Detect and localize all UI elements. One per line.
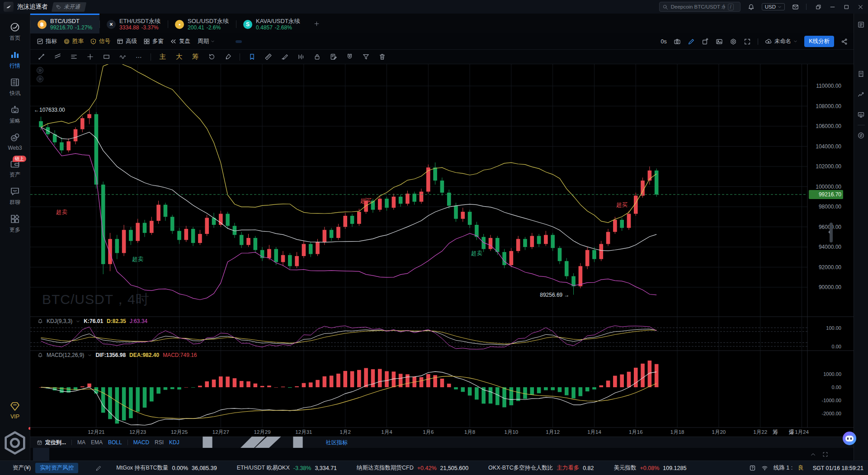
expand-left-panel-button[interactable] — [37, 67, 43, 74]
timeframe-button[interactable] — [359, 40, 365, 43]
timeframe-button[interactable] — [373, 40, 379, 43]
kdj-title[interactable]: KDJ(9,3,3) — [47, 318, 72, 324]
settings-button[interactable] — [0, 423, 30, 461]
alert-bell-icon[interactable] — [38, 318, 43, 324]
gear-icon[interactable] — [730, 38, 737, 45]
timeframe-button[interactable] — [272, 40, 278, 43]
bottom-tab[interactable] — [66, 448, 82, 461]
chevron-down-icon[interactable] — [88, 353, 92, 357]
trend-analysis-icon[interactable] — [857, 90, 865, 98]
draw-tool[interactable] — [361, 52, 370, 62]
draw-tool[interactable]: 筹 — [191, 52, 200, 62]
draw-tool[interactable] — [207, 52, 216, 62]
search-input[interactable] — [671, 4, 725, 10]
toolbar-button[interactable]: 信号 — [90, 38, 110, 45]
timeframe-button[interactable] — [236, 40, 242, 43]
search-box[interactable]: / — [659, 2, 741, 12]
chevron-down-icon[interactable] — [76, 319, 80, 323]
bottom-tab[interactable] — [82, 448, 98, 461]
bell-icon[interactable] — [748, 4, 755, 10]
price-scale-scrollbar[interactable] — [830, 223, 833, 242]
add-tab-button[interactable] — [307, 14, 326, 33]
image-icon[interactable] — [716, 38, 723, 45]
draw-tool[interactable] — [377, 52, 387, 62]
sidebar-item[interactable]: 群聊 — [0, 182, 30, 210]
indicator-toggle[interactable] — [127, 440, 128, 445]
toolbar-button[interactable]: 多窗 — [143, 38, 164, 45]
draw-tool[interactable] — [37, 52, 46, 62]
indicator-toggle[interactable]: MACD — [133, 439, 149, 446]
timeframe-button[interactable] — [293, 40, 300, 43]
timeframe-button[interactable] — [351, 40, 358, 43]
sidebar-item[interactable]: 行情 — [0, 46, 30, 73]
window-minimize-button[interactable] — [830, 4, 835, 10]
comment-add-icon[interactable] — [702, 38, 709, 45]
timeframe-button[interactable] — [344, 40, 350, 43]
bottom-tab[interactable] — [33, 448, 49, 461]
draw-tool[interactable] — [118, 52, 127, 62]
window-restore-button[interactable] — [816, 4, 821, 10]
draw-tool[interactable] — [85, 52, 94, 62]
toolbar-button[interactable]: 复盘 — [170, 38, 190, 45]
timeframe-button[interactable] — [366, 40, 372, 43]
draw-tool[interactable] — [102, 52, 111, 62]
locate-button[interactable]: 定位到... — [37, 439, 66, 446]
alert-bell-icon[interactable] — [38, 352, 43, 358]
draw-tool[interactable]: ⋯ — [134, 52, 143, 62]
status-ticker[interactable]: MtGox 持有BTC数量 0.00% 36,085.39 — [116, 464, 217, 472]
expand-left-panel-button-2[interactable] — [37, 76, 43, 82]
bottom-tab[interactable] — [98, 448, 114, 461]
indicator-toggle[interactable]: KDJ — [169, 439, 179, 446]
draw-tool[interactable] — [151, 53, 151, 61]
risk-monitor-button[interactable]: 实时资产风控 — [35, 463, 78, 473]
period-dropdown[interactable]: 周期 — [198, 38, 215, 45]
sidebar-item[interactable]: 更多 — [0, 210, 30, 238]
asset-label[interactable]: 资产(¥) — [13, 464, 31, 472]
currency-select[interactable]: USD — [762, 3, 785, 10]
draw-tool[interactable] — [69, 52, 78, 62]
indicator-toggle[interactable]: RSI — [155, 439, 164, 446]
timeframe-button[interactable] — [380, 40, 387, 43]
draw-tool[interactable] — [264, 52, 273, 62]
kline-analysis-button[interactable]: K线分析 — [804, 36, 834, 47]
replay-time[interactable]: 0s — [660, 38, 666, 45]
chart-area[interactable]: 99216.70110000.00108000.00106000.0010400… — [30, 64, 854, 437]
candlestick-chart[interactable]: 99216.70110000.00108000.00106000.0010400… — [30, 64, 854, 437]
status-ticker[interactable]: OKX-BTC多空持仓人数比 主力看多 0.82 — [488, 464, 594, 472]
edit-icon[interactable] — [95, 465, 102, 471]
indicator-toggle[interactable]: BOLL — [108, 439, 122, 446]
status-ticker[interactable]: ETH/USDT 欧易OKX -3.38% 3,334.71 — [237, 464, 337, 472]
window-close-button[interactable] — [858, 4, 863, 10]
timeframe-button[interactable] — [243, 40, 249, 43]
swap-icon[interactable] — [857, 132, 865, 139]
orderbook-panel-icon[interactable] — [857, 21, 865, 28]
indicator-toggle[interactable]: MA — [77, 439, 85, 446]
timeframe-button[interactable] — [221, 40, 227, 43]
symbol-tab[interactable]: × ETH/USDT永续 3334.88-3.37% — [99, 14, 168, 33]
ai-assistant-avatar[interactable] — [843, 432, 856, 445]
window-maximize-button[interactable] — [844, 4, 849, 10]
toolbar-button[interactable]: 胜率 — [63, 38, 84, 45]
collapse-panel-icon[interactable] — [810, 451, 816, 457]
fullscreen-icon[interactable] — [744, 38, 751, 45]
status-ticker[interactable]: 美元指数 +0.08% 109.1285 — [614, 464, 687, 472]
market-monitor-icon[interactable] — [857, 111, 865, 119]
indicator-toggle[interactable]: EMA — [91, 439, 103, 446]
sidebar-item[interactable]: 快讯 — [0, 73, 30, 101]
indicator-toggle[interactable]: 社区指标 — [326, 439, 348, 446]
line-label[interactable]: 线路 1 : — [774, 464, 793, 472]
expand-panel-icon[interactable] — [822, 451, 828, 457]
draw-tool[interactable] — [223, 52, 232, 62]
pencil-icon[interactable] — [688, 38, 695, 45]
macd-title[interactable]: MACD(12,26,9) — [47, 352, 84, 358]
draw-tool[interactable] — [329, 52, 338, 62]
timeframe-button[interactable] — [322, 40, 329, 43]
timeframe-button[interactable] — [308, 40, 314, 43]
help-icon[interactable] — [749, 465, 756, 471]
draw-tool[interactable]: 主 — [158, 52, 167, 62]
draw-tool[interactable] — [240, 53, 240, 61]
sidebar-item[interactable]: 链上 资产 — [0, 155, 30, 182]
toolbar-button[interactable]: 高级 — [117, 38, 137, 45]
layout-dropdown[interactable]: 未命名 — [765, 38, 798, 45]
timeframe-button[interactable] — [250, 40, 256, 43]
